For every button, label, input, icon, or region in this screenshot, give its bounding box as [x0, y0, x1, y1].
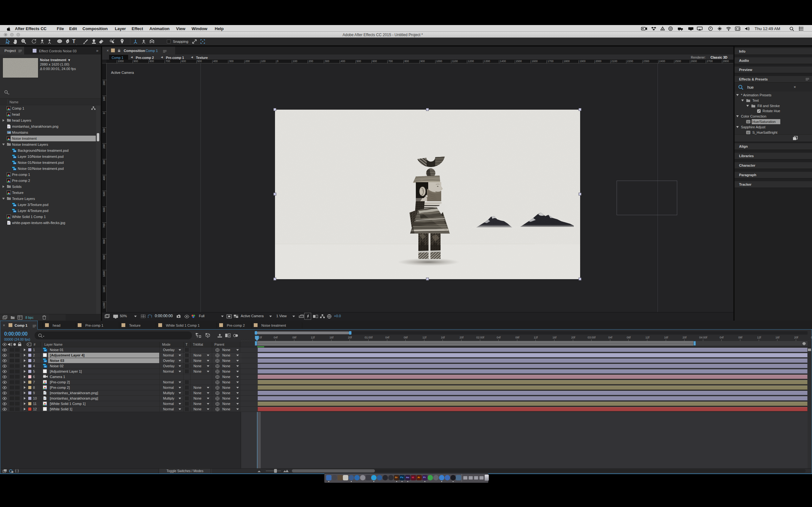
svg-text:32: 32 — [747, 131, 750, 133]
svg-text:32: 32 — [747, 121, 750, 123]
